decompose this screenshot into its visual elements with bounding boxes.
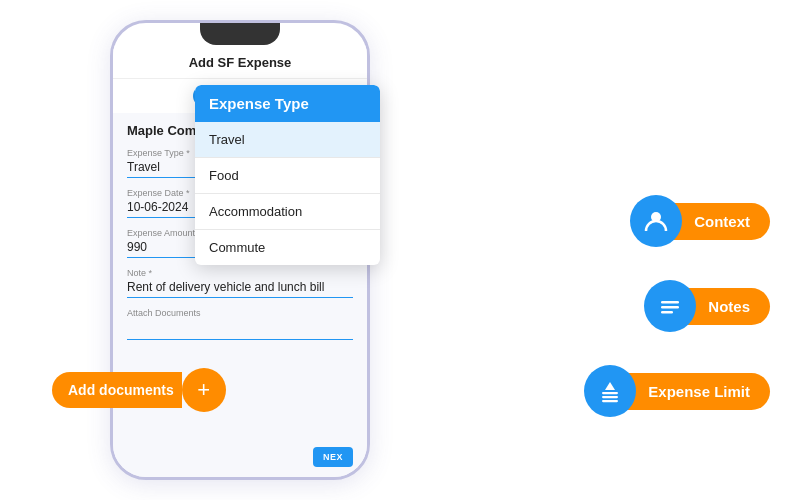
attach-docs-field[interactable]: Attach Documents — [127, 308, 353, 340]
dropdown-item-travel[interactable]: Travel — [195, 122, 380, 158]
svg-rect-5 — [602, 392, 618, 394]
svg-rect-7 — [602, 400, 618, 402]
expense-type-dropdown[interactable]: Expense Type Travel Food Accommodation C… — [195, 85, 380, 265]
add-documents-icon[interactable]: + — [182, 368, 226, 412]
expense-limit-label: Expense Limit — [620, 373, 770, 410]
phone-title: Add SF Expense — [129, 55, 351, 70]
phone-notch — [200, 23, 280, 45]
dropdown-item-food[interactable]: Food — [195, 158, 380, 194]
next-button[interactable]: NEX — [313, 447, 353, 467]
expense-limit-callout[interactable]: Expense Limit — [584, 365, 770, 417]
note-field[interactable]: Note * Rent of delivery vehicle and lunc… — [127, 268, 353, 298]
svg-marker-4 — [605, 382, 615, 390]
notes-icon — [644, 280, 696, 332]
notes-callout[interactable]: Notes — [644, 280, 770, 332]
dropdown-item-accommodation[interactable]: Accommodation — [195, 194, 380, 230]
note-value: Rent of delivery vehicle and lunch bill — [127, 280, 353, 298]
expense-limit-icon — [584, 365, 636, 417]
attach-label: Attach Documents — [127, 308, 353, 318]
dropdown-header: Expense Type — [195, 85, 380, 122]
svg-rect-6 — [602, 396, 618, 398]
add-documents-label: Add documents — [52, 372, 182, 408]
svg-rect-2 — [661, 306, 679, 309]
attach-value — [127, 320, 353, 340]
add-documents-callout[interactable]: Add documents + — [52, 368, 226, 412]
context-icon — [630, 195, 682, 247]
dropdown-item-commute[interactable]: Commute — [195, 230, 380, 265]
svg-rect-3 — [661, 311, 673, 314]
note-label: Note * — [127, 268, 353, 278]
phone-header: Add SF Expense — [113, 45, 367, 79]
svg-rect-1 — [661, 301, 679, 304]
context-callout[interactable]: Context — [630, 195, 770, 247]
